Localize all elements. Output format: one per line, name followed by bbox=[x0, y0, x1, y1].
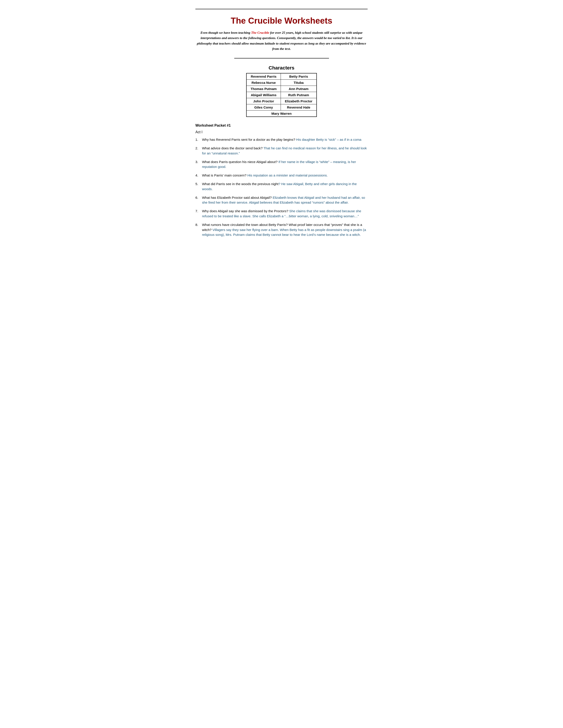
table-cell: Giles Corey bbox=[246, 104, 281, 111]
question-number: 1. bbox=[195, 137, 202, 142]
crucible-title-link: The Crucible bbox=[251, 31, 269, 34]
question-number: 2. bbox=[195, 146, 202, 156]
table-row: Thomas Putnam Ann Putnam bbox=[246, 86, 317, 92]
table-row: Mary Warren bbox=[246, 111, 317, 117]
question-text: What has Elizabeth Proctor said about Ab… bbox=[202, 196, 272, 199]
table-row: Abigail Williams Ruth Putnam bbox=[246, 92, 317, 98]
table-cell: Abigail Williams bbox=[246, 92, 281, 98]
list-item: 1. Why has Reverend Parris sent for a do… bbox=[195, 137, 368, 142]
table-row: John Proctor Elizabeth Proctor bbox=[246, 98, 317, 104]
answer-text: His daughter Betty is “sick” – as if in … bbox=[295, 138, 362, 141]
table-cell: Rebecca Nurse bbox=[246, 80, 281, 86]
question-number: 3. bbox=[195, 159, 202, 170]
table-cell: Tituba bbox=[281, 80, 317, 86]
top-border bbox=[195, 9, 368, 9]
list-item: 5. What did Parris see in the woods the … bbox=[195, 182, 368, 192]
question-text: What advice does the doctor send back? bbox=[202, 146, 262, 150]
list-item: 4. What is Parris’ main concern? His rep… bbox=[195, 173, 368, 178]
worksheet-packet-label: Worksheet Packet #1 bbox=[195, 124, 368, 128]
list-item: 8. What rumors have circulated the town … bbox=[195, 222, 368, 237]
page-title: The Crucible Worksheets bbox=[195, 16, 368, 26]
answer-text: Villagers say they saw her flying over a… bbox=[202, 228, 366, 237]
list-item: 6. What has Elizabeth Proctor said about… bbox=[195, 195, 368, 205]
table-cell: Thomas Putnam bbox=[246, 86, 281, 92]
question-content: What rumors have circulated the town abo… bbox=[202, 222, 368, 237]
table-row: Rebecca Nurse Tituba bbox=[246, 80, 317, 86]
question-number: 6. bbox=[195, 195, 202, 205]
characters-table: Reverend Parris Betty Parris Rebecca Nur… bbox=[246, 73, 317, 117]
question-number: 5. bbox=[195, 182, 202, 192]
answer-text: His reputation as a minister and materia… bbox=[246, 173, 328, 177]
question-content: Why does Abigail say she was dismissed b… bbox=[202, 209, 368, 219]
table-row: Giles Corey Reverend Hale bbox=[246, 104, 317, 111]
question-text: What is Parris’ main concern? bbox=[202, 173, 246, 177]
list-item: 2. What advice does the doctor send back… bbox=[195, 146, 368, 156]
question-content: What advice does the doctor send back? T… bbox=[202, 146, 368, 156]
question-content: What has Elizabeth Proctor said about Ab… bbox=[202, 195, 368, 205]
question-content: Why has Reverend Parris sent for a docto… bbox=[202, 137, 368, 142]
characters-title: Characters bbox=[195, 65, 368, 71]
section-divider bbox=[234, 58, 329, 58]
characters-section: Characters Reverend Parris Betty Parris … bbox=[195, 65, 368, 117]
questions-list: 1. Why has Reverend Parris sent for a do… bbox=[195, 137, 368, 237]
table-cell: Elizabeth Proctor bbox=[281, 98, 317, 104]
question-content: What did Parris see in the woods the pre… bbox=[202, 182, 368, 192]
question-number: 4. bbox=[195, 173, 202, 178]
table-cell: John Proctor bbox=[246, 98, 281, 104]
intro-text-part1: Even though we have been teaching bbox=[200, 31, 251, 34]
table-cell: Ann Putnam bbox=[281, 86, 317, 92]
list-item: 3. What does Parris question his niece A… bbox=[195, 159, 368, 170]
table-cell: Betty Parris bbox=[281, 73, 317, 80]
act-label: Act I bbox=[195, 130, 368, 134]
table-cell-full: Mary Warren bbox=[246, 111, 317, 117]
question-content: What does Parris question his niece Abig… bbox=[202, 159, 368, 170]
question-text: Why does Abigail say she was dismissed b… bbox=[202, 209, 289, 213]
table-row: Reverend Parris Betty Parris bbox=[246, 73, 317, 80]
question-text: Why has Reverend Parris sent for a docto… bbox=[202, 138, 295, 141]
intro-paragraph: Even though we have been teaching The Cr… bbox=[195, 30, 368, 51]
question-number: 7. bbox=[195, 209, 202, 219]
table-cell: Reverend Parris bbox=[246, 73, 281, 80]
table-cell: Ruth Putnam bbox=[281, 92, 317, 98]
list-item: 7. Why does Abigail say she was dismisse… bbox=[195, 209, 368, 219]
question-text: What does Parris question his niece Abig… bbox=[202, 160, 277, 164]
question-number: 8. bbox=[195, 222, 202, 237]
question-content: What is Parris’ main concern? His reputa… bbox=[202, 173, 368, 178]
table-cell: Reverend Hale bbox=[281, 104, 317, 111]
question-text: What did Parris see in the woods the pre… bbox=[202, 182, 278, 186]
